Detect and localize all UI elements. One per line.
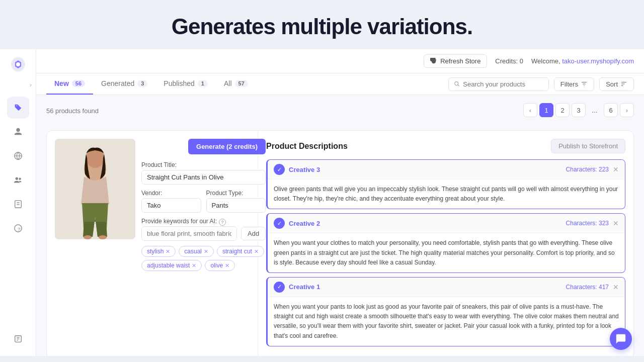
keywords-field-group: Provide keywords for our AI: ? Add	[141, 218, 266, 241]
check-icon-3[interactable]: ✓	[274, 164, 285, 175]
svg-point-1	[16, 62, 20, 66]
page-button-2[interactable]: 2	[555, 103, 570, 117]
sidebar-item-history[interactable]	[7, 328, 29, 350]
credits-display: Credits: 0	[495, 57, 523, 65]
sidebar-item-team[interactable]	[7, 169, 29, 191]
creative-chars-1: Characters: 417	[566, 284, 609, 291]
creative-body-3: Olive green pants that will give you an …	[268, 179, 625, 209]
welcome-user-link[interactable]: tako-user.myshopify.com	[562, 57, 634, 65]
vendor-field-group: Vendor:	[141, 190, 201, 213]
tabs-right-controls: Filters Sort	[448, 77, 634, 91]
page-title: Generates multiple variations.	[0, 14, 644, 39]
sidebar-toggle[interactable]: ›	[0, 81, 36, 88]
refresh-label: Refresh Store	[440, 57, 480, 65]
creative-block-1: ✓ Creative 1 Characters: 417 ✕ When you …	[266, 277, 625, 346]
product-card-left: Generate (2 credits) Product Title: Vend…	[47, 131, 258, 356]
app-shell: › ?	[0, 49, 644, 356]
product-card: Generate (2 credits) Product Title: Vend…	[46, 130, 634, 356]
generate-button-1[interactable]: Generate (2 credits)	[188, 139, 266, 154]
svg-text:?: ?	[18, 226, 21, 232]
tab-generated-badge: 3	[137, 80, 147, 87]
product-list: 56 products found ‹ 1 2 3 ... 6 ›	[36, 95, 644, 356]
vendor-input-1[interactable]	[141, 198, 201, 213]
products-header-row: 56 products found ‹ 1 2 3 ... 6 ›	[46, 103, 634, 124]
product-image-olive	[55, 139, 135, 239]
sidebar-item-book[interactable]	[7, 193, 29, 215]
search-icon	[454, 80, 460, 87]
next-page-button[interactable]: ›	[620, 103, 634, 117]
filters-button[interactable]: Filters	[554, 77, 594, 91]
type-field-group: Product Type:	[206, 190, 266, 213]
keywords-input-1[interactable]	[141, 226, 237, 241]
filter-icon	[581, 80, 588, 87]
products-found: 56 products found	[46, 107, 99, 115]
sidebar-bottom	[7, 328, 29, 350]
prev-page-button[interactable]: ‹	[523, 103, 537, 117]
chat-icon	[615, 333, 626, 344]
svg-point-24	[84, 235, 92, 239]
product-card-right-1: Product Descriptions Publish to Storefro…	[258, 131, 633, 356]
tab-all-badge: 57	[235, 80, 248, 87]
tag-olive: olive ✕	[205, 260, 235, 271]
remove-tag-olive[interactable]: ✕	[225, 262, 229, 269]
chat-fab[interactable]	[610, 328, 632, 350]
keywords-label: Provide keywords for our AI:	[141, 218, 217, 225]
remove-tag-stylish[interactable]: ✕	[166, 248, 170, 255]
sidebar: › ?	[0, 49, 36, 356]
keywords-row: Add	[141, 226, 266, 241]
welcome-text: Welcome, tako-user.myshopify.com	[531, 57, 634, 65]
creative-close-1[interactable]: ✕	[613, 283, 619, 291]
page-button-1[interactable]: 1	[539, 103, 553, 117]
check-icon-1[interactable]: ✓	[274, 282, 285, 293]
sidebar-item-tag[interactable]	[7, 97, 29, 119]
sidebar-item-globe[interactable]	[7, 145, 29, 167]
vendor-type-row: Vendor: Product Type:	[141, 190, 266, 213]
creative-name-2: Creative 2	[289, 220, 320, 227]
tag-straight-cut: straight cut ✕	[217, 246, 264, 257]
tabs-bar: New 56 Generated 3 Published 1 All 57	[36, 73, 644, 95]
creative-header-1: ✓ Creative 1 Characters: 417 ✕	[268, 278, 625, 297]
search-box[interactable]	[448, 77, 549, 91]
creative-close-3[interactable]: ✕	[613, 165, 619, 173]
page-button-3[interactable]: 3	[572, 103, 586, 117]
publish-button-1[interactable]: Publish to Storefront	[551, 139, 625, 153]
page-ellipsis: ...	[588, 103, 602, 117]
sort-button[interactable]: Sort	[599, 77, 634, 91]
creative-chars-2: Characters: 323	[566, 220, 609, 227]
page-button-6[interactable]: 6	[604, 103, 618, 117]
tab-generated[interactable]: Generated 3	[93, 73, 155, 95]
tag-adjustable-waist: adjustable waist ✕	[141, 260, 202, 271]
tab-all[interactable]: All 57	[216, 73, 256, 95]
sidebar-item-help[interactable]: ?	[7, 217, 29, 239]
sidebar-logo	[9, 55, 27, 73]
keywords-info-icon[interactable]: ?	[219, 219, 226, 226]
tab-published-badge: 1	[198, 80, 208, 87]
product-title-input-1[interactable]	[141, 170, 266, 185]
svg-point-25	[99, 235, 107, 239]
check-icon-2[interactable]: ✓	[274, 218, 285, 229]
tab-new[interactable]: New 56	[46, 73, 93, 95]
page-header: Generates multiple variations.	[0, 0, 644, 49]
vendor-label: Vendor:	[141, 190, 201, 197]
tag-casual: casual ✕	[179, 246, 214, 257]
refresh-button[interactable]: Refresh Store	[424, 54, 487, 68]
type-label: Product Type:	[206, 190, 266, 197]
creative-body-2: When you want your clothes to match your…	[268, 233, 625, 273]
svg-line-14	[458, 85, 459, 86]
creative-close-2[interactable]: ✕	[613, 219, 619, 227]
creative-header-3: ✓ Creative 3 Characters: 223 ✕	[268, 160, 625, 179]
tab-new-badge: 56	[72, 80, 85, 87]
remove-tag-casual[interactable]: ✕	[204, 248, 208, 255]
sidebar-nav: ?	[0, 97, 36, 239]
sidebar-item-person[interactable]	[7, 121, 29, 143]
svg-point-13	[455, 82, 458, 85]
search-input[interactable]	[463, 80, 543, 88]
tab-published[interactable]: Published 1	[155, 73, 216, 95]
remove-tag-adjustable-waist[interactable]: ✕	[192, 262, 196, 269]
desc-title-1: Product Descriptions	[266, 142, 348, 151]
title-label: Product Title:	[141, 161, 266, 168]
type-input-1[interactable]	[206, 198, 266, 213]
creative-body-1: When you want your pants to look just as…	[268, 297, 625, 346]
sort-icon	[620, 80, 627, 87]
creative-name-3: Creative 3	[289, 166, 320, 173]
